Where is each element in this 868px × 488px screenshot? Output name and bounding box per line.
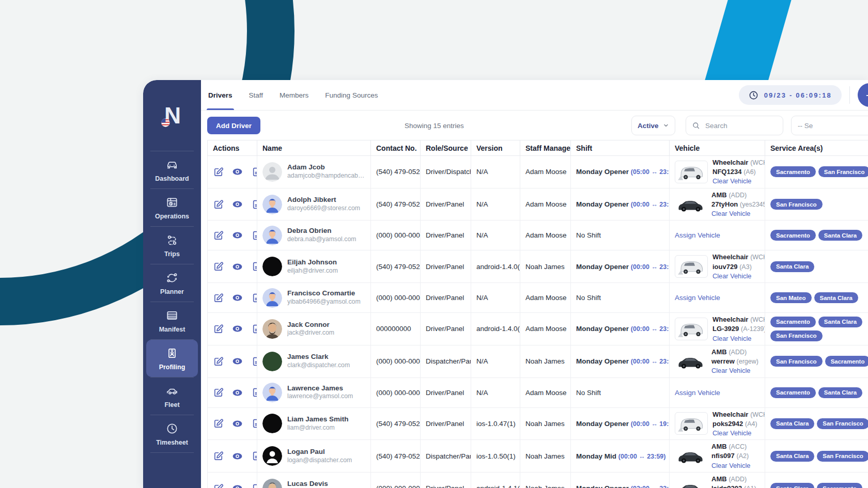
avatar: [262, 195, 282, 214]
cell-version: N/A: [471, 188, 520, 221]
clear-vehicle-link[interactable]: Clear Vehicle: [711, 209, 760, 218]
edit-button[interactable]: [213, 291, 224, 305]
service-area-badge: Sacramento: [770, 166, 816, 177]
copy-button[interactable]: [251, 322, 257, 336]
copy-button[interactable]: [251, 482, 257, 488]
edit-button[interactable]: [213, 165, 224, 179]
table-row: Eiljah Johnsoneiljah@driver.com(540) 479…: [208, 250, 868, 283]
copy-button[interactable]: [251, 260, 257, 273]
view-button[interactable]: [231, 291, 243, 305]
assign-vehicle-link[interactable]: Assign Vehicle: [675, 294, 720, 302]
edit-button[interactable]: [213, 355, 224, 368]
copy-button[interactable]: [251, 417, 257, 430]
assign-vehicle-link[interactable]: Assign Vehicle: [675, 389, 720, 397]
view-button[interactable]: [231, 417, 243, 430]
edit-button[interactable]: [213, 322, 224, 336]
cell-role: Driver/Panel: [421, 313, 471, 345]
vehicle-type: Wheelchair: [712, 316, 748, 323]
cell-actions: [208, 313, 257, 345]
clock-icon: [165, 422, 179, 435]
sidebar-item-trips[interactable]: Trips: [143, 227, 201, 264]
edit-button[interactable]: [213, 386, 224, 399]
tab-bar: DriversStaffMembersFunding Sources: [208, 80, 378, 110]
copy-button[interactable]: [251, 229, 257, 242]
table-body: Adam Jcobadamjcob@hampdencabs.com(540) 4…: [208, 156, 868, 488]
plus-icon: +: [865, 88, 868, 102]
add-driver-button[interactable]: Add Driver: [207, 117, 260, 134]
copy-button[interactable]: [251, 355, 257, 368]
cell-vehicle: Assign Vehicle: [670, 377, 765, 407]
drivers-table: ActionsNameContact No.Role/SourceVersion…: [207, 140, 868, 488]
view-button[interactable]: [231, 198, 243, 211]
view-button[interactable]: [231, 322, 243, 336]
view-button[interactable]: [231, 229, 243, 242]
copy-icon: [251, 483, 257, 488]
assign-vehicle-link[interactable]: Assign Vehicle: [675, 231, 720, 239]
edit-button[interactable]: [213, 229, 224, 242]
copy-button[interactable]: [251, 198, 257, 211]
view-button[interactable]: [231, 260, 243, 273]
clear-vehicle-link[interactable]: Clear Vehicle: [712, 429, 760, 437]
cell-actions: [208, 472, 257, 488]
copy-button[interactable]: [251, 165, 257, 179]
clear-vehicle-link[interactable]: Clear Vehicle: [711, 461, 750, 470]
cell-version: N/A: [471, 156, 520, 188]
edit-button[interactable]: [213, 260, 224, 273]
edit-button[interactable]: [213, 482, 224, 488]
service-area-filter-select[interactable]: -- Se: [791, 116, 868, 135]
driver-email: debra.nab@yamsol.com: [287, 235, 356, 244]
app-logo: N: [157, 80, 187, 151]
view-icon: [231, 198, 243, 210]
cell-contact: (000) 000-0000: [371, 377, 421, 407]
cell-role: Driver/Dispatcher: [421, 156, 471, 188]
add-circle-button[interactable]: +: [858, 83, 868, 107]
sidebar-item-operations[interactable]: Operations: [143, 189, 201, 226]
cell-service-areas: SacramentoSanta Clara: [765, 377, 868, 407]
copy-button[interactable]: [251, 386, 257, 399]
sidebar-item-timesheet[interactable]: Timesheet: [143, 415, 201, 452]
view-button[interactable]: [231, 386, 243, 399]
tab-staff[interactable]: Staff: [249, 80, 264, 110]
clear-vehicle-link[interactable]: Clear Vehicle: [712, 272, 760, 280]
car-front-icon: [165, 158, 179, 171]
cell-vehicle: Wheelchair (WCH)NFQ1234 (A6)Clear Vehicl…: [670, 156, 765, 188]
tab-drivers[interactable]: Drivers: [208, 80, 233, 110]
clear-vehicle-link[interactable]: Clear Vehicle: [711, 366, 758, 375]
clear-vehicle-link[interactable]: Clear Vehicle: [712, 334, 760, 343]
edit-icon: [213, 356, 224, 367]
view-button[interactable]: [231, 482, 243, 488]
clear-vehicle-link[interactable]: Clear Vehicle: [712, 177, 760, 185]
tab-members[interactable]: Members: [280, 80, 308, 110]
view-button[interactable]: [231, 355, 243, 368]
tab-funding-sources[interactable]: Funding Sources: [325, 80, 378, 110]
sidebar-item-fleet[interactable]: Fleet: [143, 377, 201, 415]
edit-button[interactable]: [213, 449, 224, 463]
cell-actions: [208, 377, 257, 407]
id-card-icon: [165, 347, 179, 360]
sidebar-item-dashboard[interactable]: Dashboard: [143, 151, 201, 188]
search-input[interactable]: [704, 121, 777, 130]
table-row: Logan Paullogan@dispatcher.com(540) 479-…: [208, 440, 868, 473]
vehicle-plate: poks2942: [712, 420, 743, 428]
view-button[interactable]: [231, 449, 243, 463]
sidebar-item-planner[interactable]: Planner: [143, 264, 201, 302]
cell-role: Dispatcher/Panel: [421, 440, 471, 473]
vehicle-type-code: (WCH): [750, 254, 765, 261]
driver-email: daroyo6669@storesr.com: [287, 204, 360, 213]
copy-button[interactable]: [251, 449, 257, 463]
copy-button[interactable]: [251, 291, 257, 305]
sidebar-item-manifest[interactable]: Manifest: [143, 302, 201, 339]
service-area-badge: Santa Clara: [818, 387, 862, 398]
edit-icon: [213, 450, 224, 462]
sidebar-item-profiling[interactable]: Profiling: [146, 340, 198, 377]
edit-button[interactable]: [213, 198, 224, 211]
cell-version: N/A: [471, 345, 520, 377]
sidebar-item-label: Profiling: [159, 364, 185, 371]
edit-icon: [213, 292, 224, 304]
cell-vehicle: AMB (ADD)lajdn9203 (A1)Clear Vehicle: [670, 472, 765, 488]
edit-button[interactable]: [213, 417, 224, 430]
table-row: Adam Jcobadamjcob@hampdencabs.com(540) 4…: [208, 156, 868, 188]
avatar: [262, 319, 282, 339]
status-filter-select[interactable]: Active: [631, 116, 675, 135]
view-button[interactable]: [231, 165, 243, 179]
